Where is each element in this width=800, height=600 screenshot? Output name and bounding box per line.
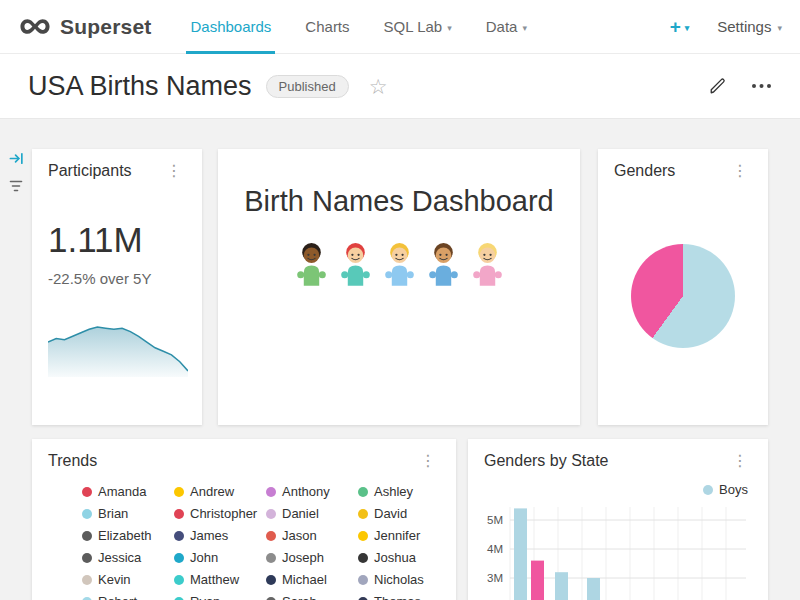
big-number-subheader: -22.5% over 5Y [48, 270, 186, 287]
brand-name: Superset [60, 15, 151, 39]
superset-logo-icon [18, 16, 52, 37]
legend-label: Nicholas [374, 572, 424, 587]
nav-label: Data [486, 18, 518, 35]
trends-card: Trends ⋮ AmandaAndrewAnthonyAshleyBrianC… [32, 439, 456, 600]
legend-item[interactable]: Sarah [266, 594, 354, 600]
legend-label: James [190, 528, 228, 543]
nav-sql-lab[interactable]: SQL Lab ▾ [367, 0, 469, 53]
markdown-heading: Birth Names Dashboard [234, 185, 564, 218]
legend-label: Robert [98, 594, 137, 600]
settings-label: Settings [717, 18, 771, 35]
legend-item[interactable]: Thomas [358, 594, 446, 600]
nav-label: Dashboards [190, 18, 271, 35]
nav-dashboards[interactable]: Dashboards [173, 0, 288, 53]
nav-data[interactable]: Data ▾ [469, 0, 544, 53]
big-number: 1.11M [48, 220, 186, 260]
svg-text:4M: 4M [487, 543, 503, 555]
chart-legend[interactable]: Boys [484, 482, 752, 497]
legend-color-dot [82, 509, 92, 519]
legend-item[interactable]: Anthony [266, 484, 354, 499]
chevron-down-icon: ▾ [447, 21, 452, 33]
legend-label: Sarah [282, 594, 317, 600]
legend-color-dot [174, 553, 184, 563]
legend-item[interactable]: Jennifer [358, 528, 446, 543]
legend-item[interactable]: Amanda [82, 484, 170, 499]
chevron-down-icon: ▾ [522, 21, 527, 33]
legend-item[interactable]: Joseph [266, 550, 354, 565]
legend-color-dot [266, 575, 276, 585]
trends-legend: AmandaAndrewAnthonyAshleyBrianChristophe… [82, 484, 440, 600]
legend-item[interactable]: Jessica [82, 550, 170, 565]
expand-filter-bar-icon[interactable] [9, 151, 24, 170]
legend-color-dot [174, 575, 184, 585]
legend-item[interactable]: Joshua [358, 550, 446, 565]
legend-item[interactable]: James [174, 528, 262, 543]
legend-color-dot [82, 487, 92, 497]
favorite-star-icon[interactable]: ☆ [369, 76, 388, 97]
legend-label: Jason [282, 528, 317, 543]
legend-label: Ryan [190, 594, 220, 600]
card-title: Genders by State [484, 452, 609, 470]
child-icon [294, 240, 329, 286]
legend-item[interactable]: Robert [82, 594, 170, 600]
legend-color-dot [266, 553, 276, 563]
svg-text:3M: 3M [487, 572, 503, 584]
main-nav: Dashboards Charts SQL Lab ▾ Data ▾ [173, 0, 543, 53]
legend-label: Joshua [374, 550, 416, 565]
legend-label: Michael [282, 572, 327, 587]
filter-icon[interactable] [9, 179, 23, 197]
legend-label: Thomas [374, 594, 421, 600]
legend-item[interactable]: Brian [82, 506, 170, 521]
legend-color-dot [174, 509, 184, 519]
new-item-button[interactable]: + ▾ [670, 16, 690, 38]
nav-label: Charts [305, 18, 349, 35]
superset-logo[interactable]: Superset [18, 15, 151, 39]
nav-label: SQL Lab [384, 18, 443, 35]
child-icon [470, 240, 505, 286]
plus-icon: + [670, 16, 681, 38]
legend-item[interactable]: Michael [266, 572, 354, 587]
legend-color-dot [358, 487, 368, 497]
legend-item[interactable]: Jason [266, 528, 354, 543]
dashboard-grid: Participants ⋮ 1.11M -22.5% over 5Y Birt… [0, 119, 800, 600]
legend-label: Christopher [190, 506, 257, 521]
legend-label: Matthew [190, 572, 239, 587]
legend-item[interactable]: Ryan [174, 594, 262, 600]
legend-label: Kevin [98, 572, 131, 587]
legend-item[interactable]: Kevin [82, 572, 170, 587]
legend-label: David [374, 506, 407, 521]
legend-color-dot [82, 553, 92, 563]
participants-card: Participants ⋮ 1.11M -22.5% over 5Y [32, 149, 202, 425]
legend-item[interactable]: Ashley [358, 484, 446, 499]
legend-color-dot [266, 509, 276, 519]
kebab-menu-icon[interactable]: ⋮ [416, 452, 440, 470]
children-illustration [234, 240, 564, 286]
legend-item[interactable]: John [174, 550, 262, 565]
kebab-menu-icon[interactable]: ⋮ [728, 162, 752, 180]
nav-charts[interactable]: Charts [288, 0, 366, 53]
settings-menu[interactable]: Settings ▾ [717, 18, 782, 35]
legend-item[interactable]: Andrew [174, 484, 262, 499]
kebab-menu-icon[interactable]: ⋮ [162, 162, 186, 180]
kebab-menu-icon[interactable]: ⋮ [728, 452, 752, 470]
gbs-legend-label: Boys [719, 482, 748, 497]
chevron-down-icon: ▾ [777, 21, 782, 33]
edit-pencil-icon[interactable] [709, 77, 727, 95]
legend-label: Andrew [190, 484, 234, 499]
legend-item[interactable]: Matthew [174, 572, 262, 587]
legend-color-dot [266, 531, 276, 541]
legend-item[interactable]: Nicholas [358, 572, 446, 587]
legend-label: Amanda [98, 484, 146, 499]
gbs-legend-dot [703, 485, 713, 495]
legend-color-dot [358, 509, 368, 519]
child-icon [426, 240, 461, 286]
status-badge[interactable]: Published [266, 75, 349, 98]
child-icon [382, 240, 417, 286]
legend-color-dot [358, 597, 368, 600]
legend-item[interactable]: Daniel [266, 506, 354, 521]
legend-label: Ashley [374, 484, 413, 499]
legend-item[interactable]: Elizabeth [82, 528, 170, 543]
more-options-icon[interactable] [751, 83, 772, 89]
legend-item[interactable]: Christopher [174, 506, 262, 521]
legend-item[interactable]: David [358, 506, 446, 521]
